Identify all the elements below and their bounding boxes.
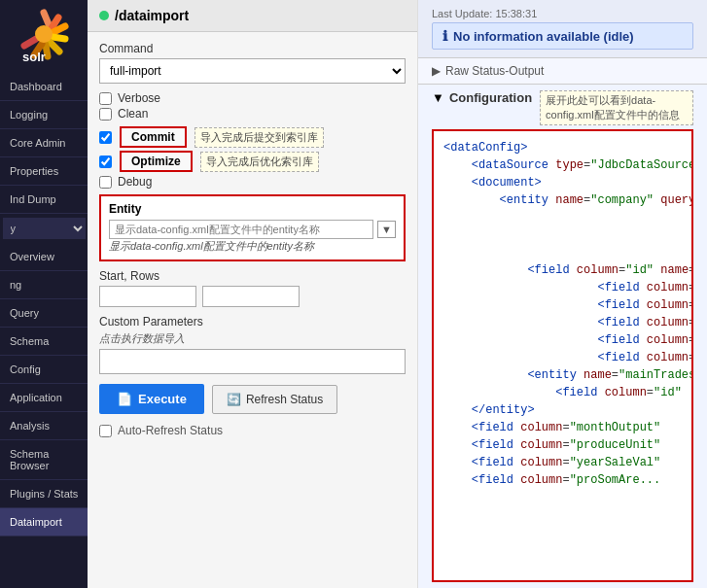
xml-line: [443, 226, 682, 244]
xml-line: <entity name="company" query="select c.i…: [443, 191, 682, 209]
entity-dropdown-btn[interactable]: ▼: [377, 221, 396, 238]
raw-status-section: ▶ Raw Status-Output: [418, 58, 707, 85]
optimize-row: Optimize 导入完成后优化索引库: [99, 151, 406, 172]
config-title: Configuration: [449, 90, 532, 105]
refresh-icon: 🔄: [227, 393, 241, 406]
start-input[interactable]: [99, 286, 196, 307]
expand-icon: ▶: [432, 64, 441, 78]
xml-line: <field column="isSct" nam: [443, 331, 682, 349]
sidebar-item-query[interactable]: Query: [0, 299, 88, 328]
svg-line-7: [24, 39, 36, 46]
custom-params-section: Custom Parameters 点击执行数据导入: [99, 315, 406, 374]
svg-line-5: [46, 45, 48, 56]
auto-refresh-checkbox[interactable]: [99, 425, 112, 437]
checkbox-group: Verbose Clean: [99, 91, 406, 121]
start-rows-inputs: [99, 286, 406, 307]
left-panel: /dataimport Command full-import delta-im…: [88, 0, 418, 588]
optimize-checkbox[interactable]: [99, 156, 112, 168]
command-label: Command: [99, 42, 406, 55]
sidebar-item-ng[interactable]: ng: [0, 271, 88, 299]
xml-line: <field column="id": [443, 384, 682, 401]
core-selector[interactable]: y: [3, 218, 86, 239]
verbose-checkbox[interactable]: [99, 92, 112, 105]
panel-header: /dataimport: [88, 0, 417, 32]
start-rows-label: Start, Rows: [99, 269, 406, 283]
svg-point-8: [35, 25, 53, 43]
refresh-button[interactable]: 🔄 Refresh Status: [212, 385, 337, 414]
clean-checkbox[interactable]: [99, 108, 112, 121]
auto-refresh-label: Auto-Refresh Status: [118, 424, 223, 437]
sidebar-item-analysis[interactable]: Analysis: [0, 412, 88, 440]
xml-line: <field column="manageModel": [443, 296, 682, 314]
config-annotation: 展开此处可以看到data-config.xml配置文件中的信息: [540, 90, 693, 125]
xml-line: <field column="yearSaleVal": [443, 454, 682, 471]
custom-params-label: Custom Parameters: [99, 315, 406, 329]
xml-line: <field column="proSomAre...: [443, 471, 682, 489]
config-collapse-row[interactable]: ▼ Configuration: [432, 90, 532, 105]
raw-status-collapse[interactable]: ▶ Raw Status-Output: [432, 64, 693, 78]
sidebar-item-application[interactable]: Application: [0, 384, 88, 412]
panel-title: /dataimport: [115, 8, 189, 23]
sidebar: solr Dashboard Logging Core Admin Proper…: [0, 0, 88, 588]
optimize-label: Optimize: [120, 151, 193, 172]
svg-line-3: [53, 37, 65, 39]
entity-section: Entity ▼ 显示data-config.xml配置文件中的entity名称: [99, 194, 406, 261]
svg-line-0: [44, 13, 49, 24]
sidebar-item-dataimport[interactable]: Dataimport: [0, 508, 88, 536]
xml-line: <document>: [443, 174, 682, 191]
status-dot: [99, 11, 109, 20]
debug-label: Debug: [118, 175, 152, 189]
rows-input[interactable]: [202, 286, 300, 307]
entity-annotation: 显示data-config.xml配置文件中的entity名称: [109, 239, 396, 254]
sidebar-item-overview[interactable]: Overview: [0, 243, 88, 271]
sidebar-item-schema[interactable]: Schema: [0, 328, 88, 356]
sidebar-item-core-admin[interactable]: Core Admin: [0, 129, 88, 157]
command-select[interactable]: full-import delta-import status reload-c…: [99, 58, 406, 84]
config-collapse-icon: ▼: [432, 90, 444, 105]
sidebar-item-dashboard[interactable]: Dashboard: [0, 73, 88, 101]
commit-label: Commit: [120, 126, 187, 148]
sidebar-item-logging[interactable]: Logging: [0, 101, 88, 129]
info-banner: ℹ No information available (idle): [432, 22, 693, 50]
xml-line: </entity>: [443, 401, 682, 419]
xml-line: <field column="name" name="n: [443, 279, 682, 296]
xml-line: <field column="id" name="id" />: [443, 261, 682, 279]
svg-text:solr: solr: [22, 50, 46, 63]
last-update: Last Update: 15:38:31: [432, 8, 693, 19]
commit-annotation: 导入完成后提交到索引库: [194, 127, 324, 148]
xml-line: [443, 244, 682, 261]
sidebar-nav: Dashboard Logging Core Admin Properties …: [0, 73, 88, 536]
custom-params-input[interactable]: [99, 349, 406, 374]
right-header: Last Update: 15:38:31 ℹ No information a…: [418, 0, 707, 58]
panel-body: Command full-import delta-import status …: [88, 32, 417, 447]
entity-input[interactable]: [109, 220, 373, 239]
xml-line: <field column="monthOutput": [443, 419, 682, 436]
commit-checkbox[interactable]: [99, 131, 112, 144]
document-icon: 📄: [117, 392, 132, 406]
xml-line: [443, 209, 682, 226]
verbose-checkbox-item: Verbose: [99, 91, 406, 105]
commit-optimize-section: Commit 导入完成后提交到索引库 Optimize 导入完成后优化索引库 D…: [99, 126, 406, 189]
config-section: ▼ Configuration 展开此处可以看到data-config.xml配…: [418, 85, 707, 588]
info-icon: ℹ: [442, 28, 447, 44]
clean-checkbox-item: Clean: [99, 107, 406, 121]
entity-label: Entity: [109, 202, 396, 216]
sidebar-item-ind-dump[interactable]: Ind Dump: [0, 186, 88, 214]
debug-checkbox[interactable]: [99, 176, 112, 189]
action-buttons: 📄 Execute 🔄 Refresh Status: [99, 384, 406, 414]
start-rows-section: Start, Rows: [99, 269, 406, 307]
xml-content[interactable]: <dataConfig> <dataSource type="JdbcDataS…: [432, 129, 693, 582]
commit-row: Commit 导入完成后提交到索引库: [99, 126, 406, 148]
sidebar-item-schema-browser[interactable]: Schema Browser: [0, 440, 88, 480]
sidebar-item-config[interactable]: Config: [0, 356, 88, 384]
sidebar-item-plugins-stats[interactable]: Plugins / Stats: [0, 480, 88, 508]
xml-line: <entity name="mainTrades" qu: [443, 366, 682, 384]
right-panel: Last Update: 15:38:31 ℹ No information a…: [418, 0, 707, 588]
execute-button[interactable]: 📄 Execute: [99, 384, 204, 414]
optimize-annotation: 导入完成后优化索引库: [200, 152, 319, 172]
auto-refresh-row: Auto-Refresh Status: [99, 424, 406, 437]
command-group: Command full-import delta-import status …: [99, 42, 406, 84]
custom-params-annotation: 点击执行数据导入: [99, 331, 406, 346]
sidebar-item-properties[interactable]: Properties: [0, 157, 88, 186]
xml-line: <dataSource type="JdbcDataSource" driver…: [443, 156, 682, 174]
